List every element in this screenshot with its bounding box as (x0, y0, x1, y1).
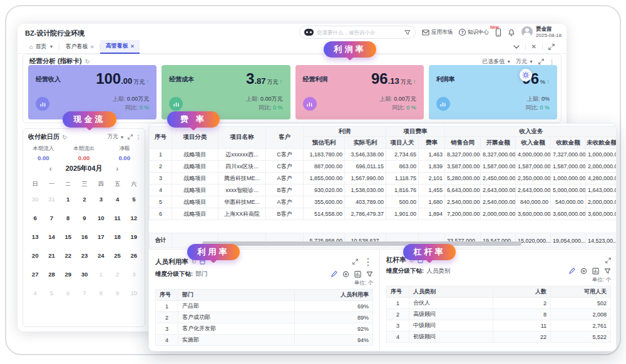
calendar-unit-dropdown[interactable]: 万元▼ (108, 133, 125, 141)
calendar-day[interactable]: 12 (126, 209, 142, 228)
calendar-day[interactable]: 1 (60, 190, 76, 209)
table-cell[interactable]: 11 (493, 320, 551, 331)
column-header[interactable]: 销售合同 (445, 137, 481, 149)
bar-chart-icon[interactable] (592, 268, 599, 275)
table-cell[interactable]: 22 (493, 331, 551, 343)
calendar-day[interactable]: 8 (60, 209, 76, 228)
calendar-day[interactable]: 26 (126, 246, 142, 265)
table-cell[interactable]: 1,587,000.00 (516, 161, 551, 173)
table-cell[interactable]: 540,000.00 (551, 196, 586, 208)
table-cell[interactable]: 94% (295, 335, 373, 346)
table-cell[interactable]: 863.00 (386, 161, 419, 173)
column-header[interactable]: 人数 (493, 286, 551, 298)
column-header[interactable]: 开票金额 (481, 137, 516, 149)
calendar-day[interactable]: 2 (109, 265, 125, 284)
table-cell[interactable]: 1,901.00 (386, 208, 419, 220)
table-cell[interactable]: 8,327,000.00 (481, 149, 516, 161)
bell-icon[interactable] (508, 28, 515, 36)
calendar-day[interactable]: 10 (93, 209, 109, 228)
calendar-day[interactable]: 7 (43, 209, 59, 228)
column-header[interactable]: 部门 (178, 290, 295, 301)
target-icon[interactable] (580, 268, 587, 275)
column-header[interactable]: 人员利用率 (295, 290, 373, 301)
calendar-day[interactable]: 6 (60, 284, 76, 303)
filter-icon[interactable] (404, 29, 411, 36)
calendar-day[interactable]: 25 (109, 246, 125, 265)
table-cell[interactable]: 840,000.00 (516, 196, 551, 208)
table-cell[interactable]: 3,587,000.00 (445, 161, 481, 173)
target-icon[interactable] (342, 271, 349, 278)
calendar-day[interactable]: 14 (43, 228, 59, 246)
table-cell[interactable]: 2,643,000.00 (481, 185, 516, 196)
calendar-day[interactable]: 4 (27, 284, 43, 303)
calendar-day[interactable]: 19 (126, 228, 142, 246)
table-cell[interactable]: A客户 (266, 173, 304, 185)
table-cell[interactable]: 四川xx区块... (218, 161, 266, 173)
table-cell[interactable]: 2,000,000.00 (481, 208, 516, 220)
column-header[interactable]: 可用人天 (551, 286, 611, 298)
filter-icon[interactable] (604, 268, 611, 275)
close-icon[interactable]: × (131, 43, 134, 49)
table-cell[interactable]: xxxx智能诊... (218, 185, 266, 196)
tab-home[interactable]: ⌂ 首页 ▼ (24, 40, 59, 54)
close-icon[interactable]: × (90, 44, 93, 50)
column-header[interactable]: 费率 (419, 137, 445, 149)
table-cell[interactable]: 1,118.75 (386, 173, 419, 185)
column-header[interactable]: 序号 (156, 290, 178, 301)
search-input[interactable] (317, 29, 401, 36)
table-cell[interactable]: 89% (295, 312, 373, 323)
calendar-day[interactable]: 17 (93, 228, 109, 246)
column-header[interactable]: 项目分类 (172, 126, 218, 149)
table-cell[interactable]: B客户 (266, 185, 304, 196)
table-cell[interactable]: 4,000,000.00 (516, 149, 551, 161)
calendar-day[interactable]: 22 (60, 246, 76, 265)
table-cell[interactable]: 上海XX科商院 (218, 208, 266, 220)
calendar-day[interactable]: 4 (109, 190, 125, 209)
knowledge-center-item[interactable]: ? 知识中心 New (459, 29, 489, 36)
table-cell[interactable]: 8 (493, 309, 551, 320)
calendar-day[interactable]: 9 (76, 209, 93, 228)
tab-executive-board[interactable]: 高管看板 × (100, 40, 140, 54)
calendar-day[interactable]: 27 (27, 265, 43, 284)
table-cell[interactable]: 华惠科技ME... (218, 196, 266, 208)
kpi-card[interactable]: 利润率96%↑上期: 0%同比: 0 % (429, 65, 557, 119)
calendar-day[interactable]: 5 (43, 284, 59, 303)
table-cell[interactable]: 6,643,000.00 (445, 185, 481, 196)
column-header[interactable]: 序号 (387, 286, 409, 298)
table-cell[interactable]: B客户 (266, 208, 304, 220)
calendar-day[interactable]: 3 (93, 190, 109, 209)
column-header[interactable]: 收款金额 (551, 137, 586, 149)
kpi-card[interactable]: 经营利润96.13万元↑上期: 0.00万元同比: 0 % (295, 65, 424, 119)
app-market-item[interactable]: 应用市场 (422, 29, 453, 36)
table-cell[interactable]: 2,450,000.00 (481, 173, 516, 185)
table-cell[interactable]: 5,000,000.00 (551, 185, 586, 196)
minimize-icon[interactable] (508, 45, 525, 49)
table-cell[interactable]: 3,600,000.00 (516, 208, 551, 220)
table-cell[interactable]: 2,540,000.00 (445, 196, 481, 208)
next-month-icon[interactable]: › (116, 164, 118, 173)
horizontal-scrollbar[interactable] (202, 241, 521, 246)
calendar-day[interactable]: 9 (109, 284, 125, 303)
table-cell[interactable]: 2,350,000.00 (516, 173, 551, 185)
calendar-day[interactable]: 30 (27, 190, 43, 209)
user-menu[interactable]: 贾金苗 2025-08-18 (521, 26, 562, 38)
more-vert-icon[interactable]: ⋮ (549, 59, 555, 65)
table-cell[interactable]: 5,280,000.00 (445, 173, 481, 185)
calendar-day[interactable]: 11 (109, 209, 125, 228)
table-cell[interactable]: 7,200,000.00 (445, 208, 481, 220)
table-cell[interactable]: 92% (295, 323, 373, 335)
global-search[interactable] (299, 26, 416, 39)
column-header[interactable]: 未收款金额 (586, 137, 617, 149)
filter-icon[interactable] (366, 271, 373, 278)
column-header[interactable]: 人员类别 (409, 286, 493, 298)
column-header[interactable]: 客户 (266, 126, 304, 149)
table-cell[interactable]: A客户 (266, 196, 304, 208)
table-cell[interactable]: 2,643,000.00 (516, 185, 551, 196)
refresh-icon[interactable]: ↻ (62, 134, 67, 141)
calendar-day[interactable]: 10 (126, 284, 142, 303)
table-cell[interactable]: C客户 (266, 149, 304, 161)
calendar-day[interactable]: 31 (43, 190, 59, 209)
table-cell[interactable]: 69% (295, 301, 373, 312)
column-header[interactable]: 收入金额 (516, 137, 551, 149)
brush-icon[interactable] (331, 271, 337, 278)
